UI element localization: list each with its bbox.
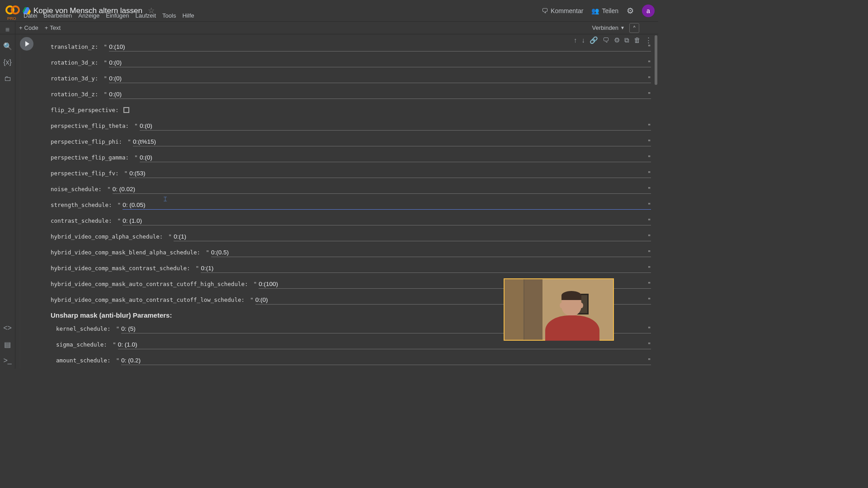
param-label: translation_z:: [51, 43, 98, 50]
param-label: rotation_3d_x:: [51, 59, 98, 66]
chevron-down-icon: ▼: [620, 25, 625, 30]
close-quote: ": [647, 325, 651, 332]
open-quote: ": [132, 122, 140, 129]
param-input[interactable]: [129, 169, 651, 178]
collapse-button[interactable]: ^: [629, 23, 639, 33]
param-label: noise_schedule:: [51, 186, 102, 192]
close-quote: ": [647, 249, 651, 256]
param-input[interactable]: [113, 185, 651, 194]
command-palette-icon[interactable]: ▤: [0, 336, 15, 352]
param-row: amount_schedule:"": [51, 352, 651, 368]
close-quote: ": [647, 43, 651, 50]
gear-icon[interactable]: ⚙: [627, 6, 634, 16]
variables-icon[interactable]: {x}: [0, 54, 15, 70]
open-quote: ": [166, 233, 174, 240]
param-input[interactable]: [133, 137, 651, 146]
param-input[interactable]: [109, 90, 651, 99]
param-input[interactable]: [211, 248, 651, 257]
close-quote: ": [647, 59, 651, 66]
code-snippets-icon[interactable]: <>: [0, 320, 15, 336]
menu-tools[interactable]: Tools: [162, 12, 176, 19]
search-icon[interactable]: 🔍: [0, 38, 15, 54]
close-quote: ": [647, 202, 651, 208]
param-label: sigma_schedule:: [56, 341, 107, 348]
param-input[interactable]: [140, 122, 651, 131]
param-row: noise_schedule:"": [51, 181, 651, 197]
menu-runtime[interactable]: Laufzeit: [136, 12, 156, 19]
param-input[interactable]: [201, 264, 651, 273]
param-row: rotation_3d_y:"": [51, 70, 651, 86]
open-quote: ": [126, 138, 133, 145]
open-quote: ": [252, 281, 259, 287]
param-label: perspective_flip_phi:: [51, 138, 122, 145]
param-input[interactable]: [123, 216, 651, 225]
comment-icon: 🗨: [542, 7, 548, 14]
open-quote: ": [194, 265, 201, 272]
close-quote: ": [647, 170, 651, 177]
add-code-label: Code: [24, 24, 38, 31]
param-label: strength_schedule:: [51, 202, 112, 208]
open-quote: ": [114, 357, 121, 364]
param-input[interactable]: [118, 340, 651, 349]
pro-badge: PRO: [7, 16, 16, 21]
menu-help[interactable]: Hilfe: [182, 12, 194, 19]
avatar[interactable]: a: [642, 5, 655, 17]
open-quote: ": [132, 154, 140, 161]
open-quote: ": [115, 217, 123, 224]
param-input[interactable]: [121, 356, 651, 365]
terminal-icon[interactable]: >_: [0, 352, 15, 369]
param-input[interactable]: [140, 153, 651, 162]
close-quote: ": [647, 217, 651, 224]
param-label: hybrid_video_comp_mask_contrast_schedule…: [51, 265, 190, 272]
menu-view[interactable]: Anzeige: [78, 12, 99, 19]
share-button[interactable]: 👥 Teilen: [591, 7, 618, 14]
open-quote: ": [102, 43, 109, 50]
param-label: amount_schedule:: [56, 357, 110, 364]
param-input[interactable]: [109, 58, 651, 67]
add-text-label: Text: [50, 24, 61, 31]
comment-label: Kommentar: [551, 7, 583, 14]
param-label: hybrid_video_comp_mask_auto_contrast_cut…: [51, 296, 245, 303]
open-quote: ": [105, 186, 113, 192]
open-quote: ": [248, 296, 255, 303]
param-input[interactable]: [109, 42, 651, 52]
param-input[interactable]: [174, 232, 651, 241]
param-row: strength_schedule:""⌶: [51, 197, 651, 213]
connect-button[interactable]: Verbinden ▼: [592, 24, 625, 31]
connect-label: Verbinden: [592, 24, 619, 31]
param-label: perspective_flip_fv:: [51, 170, 119, 177]
open-quote: ": [204, 249, 211, 256]
param-row: hybrid_video_comp_mask_blend_alpha_sched…: [51, 244, 651, 260]
cell-gutter: [20, 37, 33, 51]
menu-insert[interactable]: Einfügen: [106, 12, 129, 19]
colab-logo: PRO: [5, 5, 19, 17]
scrollbar-thumb[interactable]: [655, 35, 657, 85]
add-text-button[interactable]: + Text: [45, 24, 61, 31]
files-icon[interactable]: 🗀: [0, 70, 15, 87]
close-quote: ": [647, 281, 651, 287]
param-input[interactable]: [109, 74, 651, 83]
close-quote: ": [647, 296, 651, 303]
close-quote: ": [647, 186, 651, 192]
comment-button[interactable]: 🗨 Kommentar: [542, 7, 583, 14]
param-label: hybrid_video_comp_mask_auto_contrast_cut…: [51, 281, 248, 287]
add-code-button[interactable]: + Code: [19, 24, 38, 31]
close-quote: ": [647, 154, 651, 161]
open-quote: ": [111, 341, 118, 348]
param-row: perspective_flip_phi:"": [51, 134, 651, 150]
share-icon: 👥: [591, 7, 599, 14]
menu-edit[interactable]: Bearbeiten: [43, 12, 72, 19]
run-cell-button[interactable]: [20, 37, 33, 51]
param-checkbox[interactable]: [123, 107, 129, 113]
open-quote: ": [102, 75, 109, 82]
open-quote: ": [123, 170, 130, 177]
param-input[interactable]: [123, 201, 651, 210]
param-row: translation_z:"": [51, 39, 651, 55]
left-rail: ≡ 🔍 {x} 🗀 <> ▤ >_: [0, 22, 15, 369]
close-quote: ": [647, 341, 651, 348]
menu-bar: Datei Bearbeiten Anzeige Einfügen Laufze…: [24, 12, 194, 19]
menu-file[interactable]: Datei: [24, 12, 37, 19]
webcam-overlay: [504, 278, 614, 341]
notebook-toolbar: + Code + Text Verbinden ▼ ^: [0, 22, 658, 34]
toc-icon[interactable]: ≡: [0, 22, 15, 38]
